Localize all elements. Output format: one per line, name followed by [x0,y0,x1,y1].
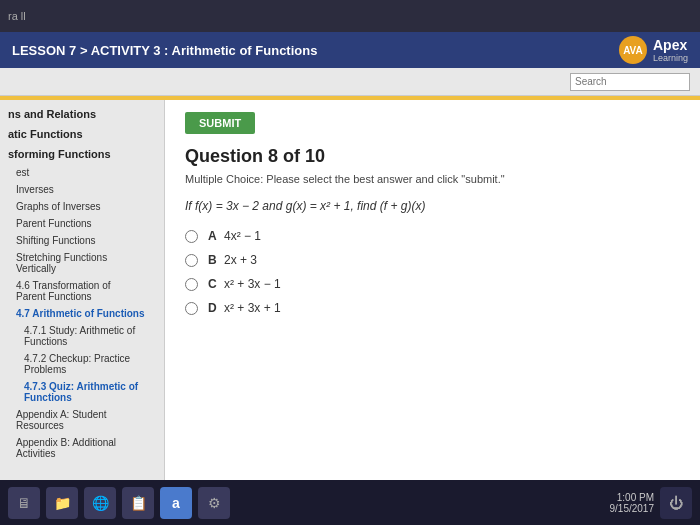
main-content: ns and Relations atic Functions sforming… [0,100,700,480]
answer-option-b[interactable]: B 2x + 3 [185,253,680,267]
sidebar-item-stretching[interactable]: Stretching FunctionsVertically [0,249,164,277]
sidebar-item-appendix-b[interactable]: Appendix B: Additional Activities [0,434,164,462]
taskbar-time: 1:00 PM 9/15/2017 [610,492,655,514]
date: 9/15/2017 [610,503,655,514]
answer-label-d: D x² + 3x + 1 [208,301,281,315]
radio-c[interactable] [185,278,198,291]
sidebar-item-4-7-2[interactable]: 4.7.2 Checkup: PracticeProblems [0,350,164,378]
taskbar-icon-settings[interactable]: ⚙ [198,487,230,519]
sidebar-label: ns and Relations [8,108,96,120]
apex-logo-icon: AVA [619,36,647,64]
taskbar-icon-browser[interactable]: 🌐 [84,487,116,519]
browser-chrome: ra ll [0,0,700,32]
question-title: Question 8 of 10 [185,146,680,167]
sidebar-item-4-7-3[interactable]: 4.7.3 Quiz: Arithmetic ofFunctions [0,378,164,406]
answer-option-a[interactable]: A 4x² − 1 [185,229,680,243]
submit-button[interactable]: SUBMIT [185,112,255,134]
sidebar: ns and Relations atic Functions sforming… [0,100,165,480]
sidebar-item-parent-functions[interactable]: Parent Functions [0,215,164,232]
apex-logo: AVA Apex Learning [619,36,688,64]
apex-icon-text: AVA [623,45,643,56]
question-subtitle: Multiple Choice: Please select the best … [185,173,680,185]
sidebar-label: sforming Functions [8,148,111,160]
taskbar-icon-app[interactable]: 📋 [122,487,154,519]
browser-tab: ra ll [8,10,26,22]
radio-d[interactable] [185,302,198,315]
breadcrumb-bar [0,68,700,96]
answer-label-b: B 2x + 3 [208,253,257,267]
clock: 1:00 PM [610,492,655,503]
content-area: SUBMIT Question 8 of 10 Multiple Choice:… [165,100,700,480]
sidebar-item-shifting[interactable]: Shifting Functions [0,232,164,249]
answer-option-d[interactable]: D x² + 3x + 1 [185,301,680,315]
sidebar-item-4-6[interactable]: 4.6 Transformation ofParent Functions [0,277,164,305]
sidebar-item-transform[interactable]: sforming Functions [0,144,164,164]
sidebar-item-inverses[interactable]: Inverses [0,181,164,198]
answer-option-c[interactable]: C x² + 3x − 1 [185,277,680,291]
taskbar-icon-monitor[interactable]: 🖥 [8,487,40,519]
sidebar-label: atic Functions [8,128,83,140]
apex-logo-text: Apex [653,37,688,53]
taskbar-icon-a[interactable]: a [160,487,192,519]
apex-logo-sub: Learning [653,53,688,63]
question-body: If f(x) = 3x − 2 and g(x) = x² + 1, find… [185,199,680,213]
sidebar-item-test[interactable]: est [0,164,164,181]
sidebar-item-graphs-inverses[interactable]: Graphs of Inverses [0,198,164,215]
taskbar-icon-folder[interactable]: 📁 [46,487,78,519]
app-title: LESSON 7 > ACTIVITY 3 : Arithmetic of Fu… [12,43,317,58]
sidebar-item-4-7[interactable]: 4.7 Arithmetic of Functions [0,305,164,322]
answer-label-a: A 4x² − 1 [208,229,261,243]
radio-a[interactable] [185,230,198,243]
app-wrapper: LESSON 7 > ACTIVITY 3 : Arithmetic of Fu… [0,32,700,480]
taskbar: 🖥 📁 🌐 📋 a ⚙ 1:00 PM 9/15/2017 ⏻ [0,480,700,525]
sidebar-item-4-7-1[interactable]: 4.7.1 Study: Arithmetic ofFunctions [0,322,164,350]
search-input[interactable] [570,73,690,91]
radio-b[interactable] [185,254,198,267]
top-header: LESSON 7 > ACTIVITY 3 : Arithmetic of Fu… [0,32,700,68]
sidebar-item-appendix-a[interactable]: Appendix A: Student Resources [0,406,164,434]
sidebar-item-relations[interactable]: ns and Relations [0,104,164,124]
answer-label-c: C x² + 3x − 1 [208,277,281,291]
taskbar-power-icon[interactable]: ⏻ [660,487,692,519]
sidebar-item-static[interactable]: atic Functions [0,124,164,144]
apex-logo-group: Apex Learning [653,37,688,63]
